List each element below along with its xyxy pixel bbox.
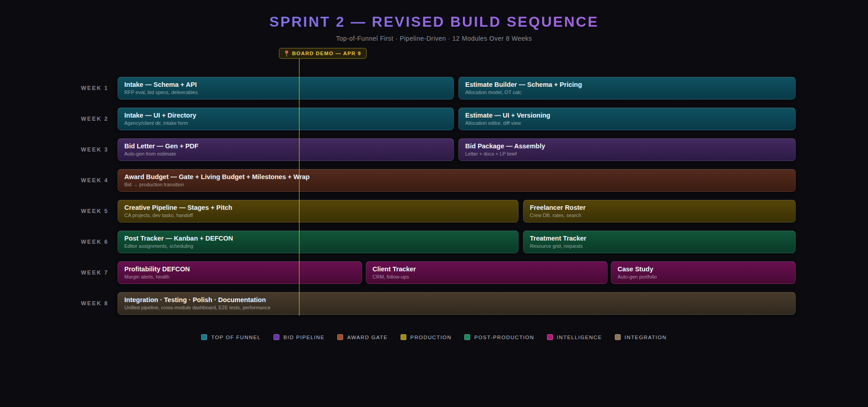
module-subtitle: Editor assignments, scheduling — [124, 243, 512, 249]
legend-swatch — [401, 334, 406, 340]
module-title: Bid Package — Assembly — [465, 142, 789, 150]
week-track: Intake — Schema + APIRFP eval, bid specs… — [118, 77, 796, 99]
legend: TOP OF FUNNELBID PIPELINEAWARD GATEPRODU… — [0, 334, 868, 340]
legend-item: BID PIPELINE — [274, 334, 325, 340]
week-row: WEEK 2Intake — UI + DirectoryAgency/clie… — [0, 108, 868, 130]
milestone-line — [299, 59, 300, 316]
week-label: WEEK 4 — [0, 169, 108, 192]
module-title: Intake — UI + Directory — [124, 112, 447, 119]
legend-item: TOP OF FUNNEL — [201, 334, 261, 340]
module-title: Award Budget — Gate + Living Budget + Mi… — [124, 173, 789, 180]
module-title: Estimate — UI + Versioning — [465, 112, 789, 119]
week-row: WEEK 1Intake — Schema + APIRFP eval, bid… — [0, 77, 868, 99]
module-title: Integration · Testing · Polish · Documen… — [124, 296, 789, 303]
page-title: SPRINT 2 — REVISED BUILD SEQUENCE — [0, 14, 868, 30]
module-subtitle: Resource grid, requests — [530, 243, 789, 249]
module-subtitle: Allocation model, OT calc — [465, 90, 789, 95]
week-track: Profitability DEFCONMargin alerts, healt… — [118, 261, 796, 284]
legend-label: PRODUCTION — [410, 335, 452, 340]
module-subtitle: Auto-gen from estimate — [124, 151, 447, 156]
module-bar: Post Tracker — Kanban + DEFCONEditor ass… — [118, 231, 519, 253]
module-subtitle: CA projects, dev tasks, handoff — [124, 213, 512, 218]
module-bar: Treatment TrackerResource grid, requests — [523, 231, 796, 253]
module-subtitle: RFP eval, bid specs, deliverables — [124, 90, 447, 95]
legend-label: AWARD GATE — [347, 335, 388, 340]
module-bar: Estimate Builder — Schema + PricingAlloc… — [458, 77, 796, 99]
legend-swatch — [201, 334, 207, 340]
timeline-rows: WEEK 1Intake — Schema + APIRFP eval, bid… — [0, 77, 868, 323]
legend-label: TOP OF FUNNEL — [211, 335, 261, 340]
legend-item: AWARD GATE — [337, 334, 388, 340]
legend-swatch — [274, 334, 279, 340]
module-title: Treatment Tracker — [530, 235, 789, 242]
legend-label: BID PIPELINE — [283, 335, 325, 340]
module-bar: Bid Letter — Gen + PDFAuto-gen from esti… — [118, 138, 454, 161]
week-label: WEEK 5 — [0, 200, 108, 222]
module-bar: Intake — Schema + APIRFP eval, bid specs… — [118, 77, 454, 99]
week-label: WEEK 7 — [0, 261, 108, 284]
module-subtitle: CRM, follow-ups — [373, 274, 601, 279]
module-title: Estimate Builder — Schema + Pricing — [465, 81, 789, 88]
module-subtitle: Margin alerts, health — [124, 274, 355, 279]
page-subtitle: Top-of-Funnel First · Pipeline-Driven · … — [0, 35, 868, 42]
module-bar: Client TrackerCRM, follow-ups — [366, 261, 608, 284]
module-subtitle: Letter + docs + LP brief — [465, 151, 789, 156]
module-title: Bid Letter — Gen + PDF — [124, 142, 447, 150]
week-track: Bid Letter — Gen + PDFAuto-gen from esti… — [118, 138, 796, 161]
week-track: Award Budget — Gate + Living Budget + Mi… — [118, 169, 796, 192]
week-track: Integration · Testing · Polish · Documen… — [118, 292, 796, 315]
week-row: WEEK 3Bid Letter — Gen + PDFAuto-gen fro… — [0, 138, 868, 161]
week-track: Intake — UI + DirectoryAgency/client dir… — [118, 108, 796, 130]
week-label: WEEK 3 — [0, 138, 108, 161]
legend-item: INTEGRATION — [615, 334, 667, 340]
legend-item: POST-PRODUCTION — [464, 334, 534, 340]
legend-label: POST-PRODUCTION — [474, 335, 534, 340]
legend-label: INTELLIGENCE — [557, 335, 602, 340]
module-bar: Profitability DEFCONMargin alerts, healt… — [118, 261, 362, 284]
legend-item: PRODUCTION — [401, 334, 452, 340]
legend-swatch — [464, 334, 470, 340]
module-title: Profitability DEFCON — [124, 265, 355, 273]
module-bar: Case StudyAuto-gen portfolio — [611, 261, 796, 284]
legend-swatch — [547, 334, 553, 340]
week-track: Creative Pipeline — Stages + PitchCA pro… — [118, 200, 796, 222]
module-subtitle: Agency/client dir, intake form — [124, 120, 447, 126]
module-bar: Estimate — UI + VersioningAllocation edi… — [458, 108, 796, 130]
module-title: Post Tracker — Kanban + DEFCON — [124, 235, 512, 242]
milestone-badge: BOARD DEMO — APR 9 — [279, 48, 367, 59]
module-bar: Award Budget — Gate + Living Budget + Mi… — [118, 169, 796, 192]
week-track: Post Tracker — Kanban + DEFCONEditor ass… — [118, 231, 796, 253]
module-subtitle: Crew DB, rates, search — [530, 213, 789, 218]
module-bar: Bid Package — AssemblyLetter + docs + LP… — [458, 138, 796, 161]
week-row: WEEK 8Integration · Testing · Polish · D… — [0, 292, 868, 315]
milestone-label: BOARD DEMO — APR 9 — [292, 51, 361, 56]
legend-swatch — [337, 334, 343, 340]
module-bar: Integration · Testing · Polish · Documen… — [118, 292, 796, 315]
module-title: Case Study — [618, 265, 789, 273]
week-label: WEEK 8 — [0, 292, 108, 315]
module-title: Freelancer Roster — [530, 204, 789, 211]
week-row: WEEK 5Creative Pipeline — Stages + Pitch… — [0, 200, 868, 222]
module-bar: Freelancer RosterCrew DB, rates, search — [523, 200, 796, 222]
week-label: WEEK 2 — [0, 108, 108, 130]
week-row: WEEK 6Post Tracker — Kanban + DEFCONEdit… — [0, 231, 868, 253]
legend-swatch — [615, 334, 621, 340]
module-bar: Intake — UI + DirectoryAgency/client dir… — [118, 108, 454, 130]
week-row: WEEK 7Profitability DEFCONMargin alerts,… — [0, 261, 868, 284]
module-title: Creative Pipeline — Stages + Pitch — [124, 204, 512, 211]
module-subtitle: Bid → production transition — [124, 182, 789, 187]
week-label: WEEK 6 — [0, 231, 108, 253]
module-title: Client Tracker — [373, 265, 601, 273]
module-subtitle: Unified pipeline, cross-module dashboard… — [124, 305, 789, 310]
module-title: Intake — Schema + API — [124, 81, 447, 88]
week-row: WEEK 4Award Budget — Gate + Living Budge… — [0, 169, 868, 192]
legend-label: INTEGRATION — [625, 335, 667, 340]
pushpin-icon — [284, 50, 289, 57]
week-label: WEEK 1 — [0, 77, 108, 99]
module-bar: Creative Pipeline — Stages + PitchCA pro… — [118, 200, 519, 222]
legend-item: INTELLIGENCE — [547, 334, 602, 340]
module-subtitle: Auto-gen portfolio — [618, 274, 789, 279]
module-subtitle: Allocation editor, diff view — [465, 120, 789, 126]
